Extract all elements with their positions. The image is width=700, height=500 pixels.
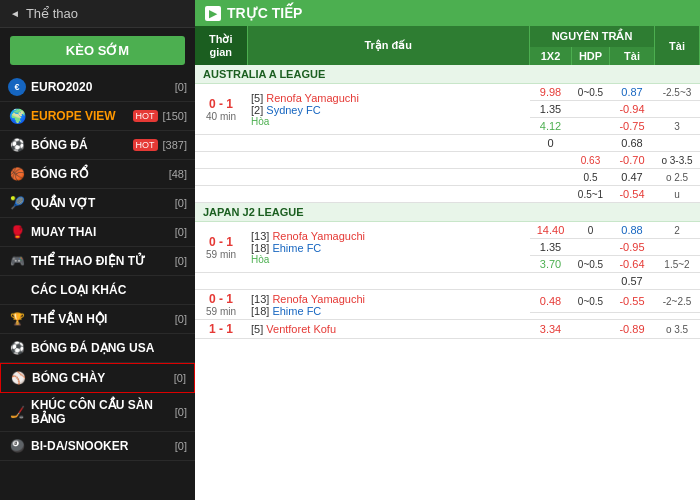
sidebar-item-bong-da-usa[interactable]: ⚽ BÓNG ĐÁ DẠNG USA [0, 334, 195, 363]
league-name-japan: JAPAN J2 LEAGUE [195, 203, 700, 222]
hdp-label2 [572, 118, 610, 135]
matches-table: Thời gian Trận đấu NGUYÊN TRẦN Tài 1X2 H… [195, 26, 700, 339]
match-teams-j2: [13] Renofa Yamaguchi [18] Ehime FC [247, 290, 530, 320]
basketball-icon: 🏀 [8, 165, 26, 183]
sidebar-title: Thể thao [26, 6, 78, 21]
tai-header: Tài [655, 26, 700, 65]
table-row: 0.5 0.47 o 2.5 [195, 169, 700, 186]
globe-icon: 🌍 [8, 107, 26, 125]
billiard-icon: 🎱 [8, 437, 26, 455]
hockey-icon: 🏒 [8, 403, 26, 421]
nguyen-tran-header: NGUYÊN TRẦN [530, 26, 655, 47]
keo-som-button[interactable]: KÈO SỚM [10, 36, 185, 65]
table-row: 0.57 [195, 273, 700, 290]
keo-som-container: KÈO SỚM [0, 28, 195, 73]
tai-sub-header: Tài [610, 47, 655, 65]
main-title: TRỰC TIẾP [227, 5, 302, 21]
table-row: 0 - 1 40 min [5] Renofa Yamaguchi [2] Sy… [195, 84, 700, 101]
1x2-header: 1X2 [530, 47, 572, 65]
hdp-odds3[interactable]: -0.75 [610, 118, 655, 135]
baseball-icon: ⚾ [9, 369, 27, 387]
sidebar-item-quan-vot[interactable]: 🎾 QUẦN VỢT [0] [0, 189, 195, 218]
table-row: 0 - 1 59 min [13] Renofa Yamaguchi [18] … [195, 222, 700, 239]
tai-value2[interactable] [655, 101, 700, 118]
match-time-j1: 0 - 1 59 min [195, 222, 247, 273]
muay-icon: 🥊 [8, 223, 26, 241]
sidebar-item-bong-da[interactable]: ⚽ BÓNG ĐÁ HOT [387] [0, 131, 195, 160]
thoi-gian-header: Thời gian [195, 26, 247, 65]
hdp-value[interactable]: 0~0.5 [572, 84, 610, 101]
soccer-icon: ⚽ [8, 136, 26, 154]
tai-value[interactable]: -2.5~3 [655, 84, 700, 101]
sidebar-item-bong-ro[interactable]: 🏀 BÓNG RỔ [48] [0, 160, 195, 189]
match-teams-j1: [13] Renofa Yamaguchi [18] Ehime FC Hòa [247, 222, 530, 273]
sidebar-item-the-van-hoi[interactable]: 🏆 THỂ VẬN HỘI [0] [0, 305, 195, 334]
tennis-icon: 🎾 [8, 194, 26, 212]
league-row-australia: AUSTRALIA A LEAGUE [195, 65, 700, 84]
sidebar-item-esport[interactable]: 🎮 THỂ THAO ĐIỆN TỬ [0] [0, 247, 195, 276]
sidebar-item-billiard[interactable]: 🎱 BI-DA/SNOOKER [0] [0, 432, 195, 461]
soccer2-icon: ⚽ [8, 339, 26, 357]
table-row: 0.5~1 -0.54 u [195, 186, 700, 203]
table-row: 0 - 1 59 min [13] Renofa Yamaguchi [18] … [195, 290, 700, 313]
other-icon [8, 281, 26, 299]
live-icon: ▶ [205, 6, 221, 21]
hdp-label [572, 101, 610, 118]
trophy-icon: 🏆 [8, 310, 26, 328]
sidebar-item-bong-chay[interactable]: ⚾ BÓNG CHÀY [0] [0, 363, 195, 393]
league-name: AUSTRALIA A LEAGUE [195, 65, 700, 84]
sidebar-header: ◄ Thể thao [0, 0, 195, 28]
sidebar-item-europe-view[interactable]: 🌍 EUROPE VIEW HOT [150] [0, 102, 195, 131]
sidebar-item-muay-thai[interactable]: 🥊 MUAY THAI [0] [0, 218, 195, 247]
hot-badge: HOT [133, 110, 158, 122]
match-time: 0 - 1 40 min [195, 84, 247, 135]
tran-dau-header: Trận đấu [247, 26, 530, 65]
column-header-row: Thời gian Trận đấu NGUYÊN TRẦN Tài [195, 26, 700, 47]
matches-table-container: Thời gian Trận đấu NGUYÊN TRẦN Tài 1X2 H… [195, 26, 700, 500]
main-header: ▶ TRỰC TIẾP [195, 0, 700, 26]
hdp-odds2[interactable]: -0.94 [610, 101, 655, 118]
back-icon[interactable]: ◄ [10, 8, 20, 19]
sidebar-item-khuc-con-cau[interactable]: 🏒 KHÚC CÔN CẦU SÀN BẢNG [0] [0, 393, 195, 432]
main-content: ▶ TRỰC TIẾP Thời gian Trận đấu NGUYÊN TR… [195, 0, 700, 500]
table-row: 1 - 1 [5] Ventforet Kofu 3.34 -0.89 o 3.… [195, 320, 700, 339]
table-row: 0.63 -0.70 o 3-3.5 [195, 152, 700, 169]
league-row-japan: JAPAN J2 LEAGUE [195, 203, 700, 222]
esport-icon: 🎮 [8, 252, 26, 270]
hot-badge2: HOT [133, 139, 158, 151]
match-time-j2: 0 - 1 59 min [195, 290, 247, 320]
euro-icon: € [8, 78, 26, 96]
odds-draw[interactable]: 1.35 [530, 101, 572, 118]
odds-1x2[interactable]: 9.98 [530, 84, 572, 101]
hdp-odds1[interactable]: 0.87 [610, 84, 655, 101]
odds-away[interactable]: 4.12 [530, 118, 572, 135]
match-teams: [5] Renofa Yamaguchi [2] Sydney FC Hòa [247, 84, 530, 135]
sidebar-item-other[interactable]: CÁC LOẠI KHÁC [0, 276, 195, 305]
sidebar: ◄ Thể thao KÈO SỚM € EURO2020 [0] 🌍 EURO… [0, 0, 195, 500]
table-row: 0 0.68 [195, 135, 700, 152]
tai-value3[interactable]: 3 [655, 118, 700, 135]
hdp-header: HDP [572, 47, 610, 65]
sidebar-item-euro2020[interactable]: € EURO2020 [0] [0, 73, 195, 102]
